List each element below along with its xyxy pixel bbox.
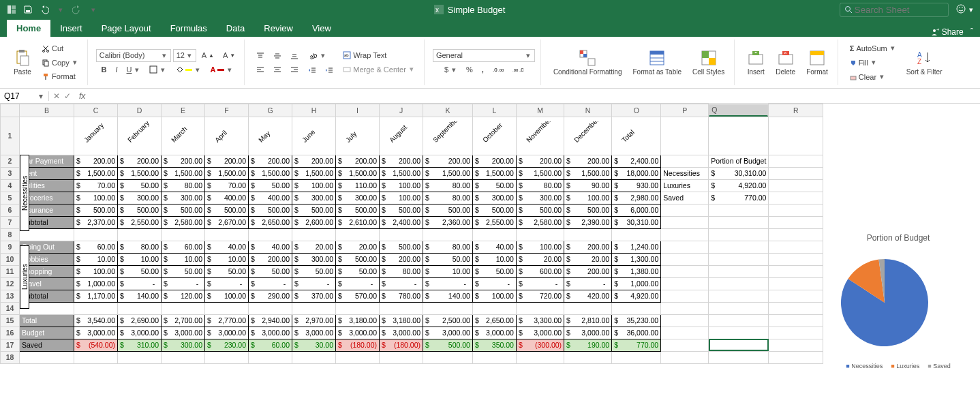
data-cell[interactable]: 350.00 <box>472 339 516 351</box>
data-cell[interactable]: 200.00 <box>249 253 292 265</box>
comma-format-button[interactable]: , <box>478 63 487 76</box>
data-cell[interactable]: 10.00 <box>162 253 205 265</box>
data-cell[interactable]: 300.00 <box>292 192 336 204</box>
data-cell[interactable]: 10.00 <box>205 253 249 265</box>
underline-button[interactable]: U▾ <box>123 63 144 76</box>
data-cell[interactable]: 50.00 <box>423 253 473 265</box>
row-header[interactable]: 4 <box>1 179 20 192</box>
data-cell[interactable]: 50.00 <box>472 265 516 277</box>
tab-insert[interactable]: Insert <box>50 20 92 37</box>
data-cell[interactable]: 2,980.00 <box>612 192 661 204</box>
row-header[interactable]: 1 <box>1 117 20 155</box>
data-cell[interactable]: 140.00 <box>423 290 473 302</box>
data-cell[interactable]: 40.00 <box>249 241 292 253</box>
undo-icon[interactable] <box>38 3 50 16</box>
window-controls-icon[interactable] <box>5 3 18 16</box>
data-cell[interactable]: 80.00 <box>516 179 564 192</box>
data-cell[interactable]: 2,650.00 <box>472 314 516 327</box>
paste-button[interactable]: Paste <box>10 46 35 78</box>
row-header[interactable]: 18 <box>1 351 20 363</box>
data-cell[interactable]: 1,500.00 <box>516 167 564 179</box>
wrap-text-button[interactable]: abWrap Text <box>339 49 418 61</box>
data-cell[interactable]: (180.00) <box>336 339 380 351</box>
data-cell[interactable]: (180.00) <box>380 339 423 351</box>
format-as-table-button[interactable]: Format as Table <box>628 46 686 78</box>
data-cell[interactable]: 370.00 <box>292 290 336 302</box>
data-cell[interactable]: 2,580.00 <box>516 216 564 228</box>
data-cell[interactable]: 100.00 <box>380 179 423 192</box>
data-cell[interactable]: 2,600.00 <box>292 216 336 228</box>
data-cell[interactable]: 50.00 <box>292 265 336 277</box>
data-cell[interactable]: 500.00 <box>516 204 564 216</box>
data-cell[interactable]: - <box>564 277 612 290</box>
col-header[interactable]: G <box>249 104 292 117</box>
data-cell[interactable]: 100.00 <box>564 192 612 204</box>
insert-cells-button[interactable]: Insert <box>743 46 769 78</box>
enter-formula-icon[interactable]: ✓ <box>64 91 71 101</box>
data-cell[interactable]: 1,300.00 <box>612 253 661 265</box>
data-cell[interactable]: 3,000.00 <box>118 327 162 339</box>
data-cell[interactable]: 1,500.00 <box>74 167 118 179</box>
data-cell[interactable]: - <box>380 277 423 290</box>
row-header[interactable]: 15 <box>1 314 20 327</box>
align-bottom-button[interactable] <box>287 50 302 62</box>
data-cell[interactable]: 100.00 <box>74 265 118 277</box>
data-cell[interactable]: (300.00) <box>516 339 564 351</box>
search-input[interactable] <box>855 5 944 15</box>
save-icon[interactable] <box>22 3 34 16</box>
data-cell[interactable]: 2,400.00 <box>380 216 423 228</box>
col-header[interactable]: C <box>74 104 118 117</box>
merge-center-button[interactable]: Merge & Center▾ <box>339 63 418 76</box>
format-cells-button[interactable]: Format <box>802 46 832 78</box>
row-header[interactable]: 17 <box>1 339 20 351</box>
pie-chart[interactable]: Portion of Budget Necessities Luxuries S… <box>830 233 966 369</box>
data-cell[interactable]: - <box>118 277 162 290</box>
data-cell[interactable]: 60.00 <box>74 241 118 253</box>
data-cell[interactable]: 500.00 <box>292 204 336 216</box>
row-header[interactable]: 12 <box>1 277 20 290</box>
data-cell[interactable]: 420.00 <box>564 290 612 302</box>
data-cell[interactable]: 2,550.00 <box>472 216 516 228</box>
grid-area[interactable]: BCDEFGHIJKLMNOPQR1JanuaryFebruaryMarchAp… <box>0 104 980 394</box>
data-cell[interactable]: 90.00 <box>564 179 612 192</box>
data-cell[interactable]: 50.00 <box>118 265 162 277</box>
data-cell[interactable]: 100.00 <box>74 192 118 204</box>
data-cell[interactable]: 3,000.00 <box>74 327 118 339</box>
tab-formulas[interactable]: Formulas <box>161 20 217 37</box>
data-cell[interactable]: 500.00 <box>249 204 292 216</box>
data-cell[interactable]: - <box>205 277 249 290</box>
data-cell[interactable]: 20.00 <box>516 253 564 265</box>
col-header[interactable]: I <box>336 104 380 117</box>
increase-font-button[interactable]: A▲ <box>198 49 217 61</box>
row-header[interactable]: 16 <box>1 327 20 339</box>
data-cell[interactable]: 3,000.00 <box>162 327 205 339</box>
align-middle-button[interactable] <box>270 50 285 62</box>
fx-icon[interactable]: fx <box>75 91 89 101</box>
data-cell[interactable]: 1,000.00 <box>74 277 118 290</box>
tab-data[interactable]: Data <box>217 20 254 37</box>
data-cell[interactable]: 1,500.00 <box>472 167 516 179</box>
share-button[interactable]: +Share <box>930 27 964 37</box>
font-name-select[interactable]: Calibri (Body)▾ <box>96 49 171 62</box>
cancel-formula-icon[interactable]: ✕ <box>53 91 60 101</box>
decrease-indent-button[interactable] <box>305 64 320 76</box>
data-cell[interactable]: 500.00 <box>564 204 612 216</box>
data-cell[interactable]: 50.00 <box>205 265 249 277</box>
col-header[interactable]: R <box>769 104 823 117</box>
decrease-decimal-button[interactable]: .00.0 <box>509 63 527 76</box>
data-cell[interactable]: 3,000.00 <box>516 327 564 339</box>
selected-cell[interactable] <box>709 339 769 351</box>
data-cell[interactable]: 1,380.00 <box>612 265 661 277</box>
collapse-ribbon-icon[interactable]: ˆ <box>970 27 973 37</box>
search-box[interactable] <box>840 3 949 17</box>
sort-filter-button[interactable]: AZSort & Filter <box>902 46 947 78</box>
data-cell[interactable]: 290.00 <box>249 290 292 302</box>
col-header[interactable]: L <box>472 104 516 117</box>
row-header[interactable]: 14 <box>1 302 20 314</box>
name-box[interactable]: Q17▾ <box>0 91 49 101</box>
data-cell[interactable]: 3,000.00 <box>336 327 380 339</box>
row-header[interactable]: 13 <box>1 290 20 302</box>
data-cell[interactable]: 70.00 <box>205 179 249 192</box>
clear-button[interactable]: Clear▾ <box>846 70 900 83</box>
col-header[interactable]: D <box>118 104 162 117</box>
